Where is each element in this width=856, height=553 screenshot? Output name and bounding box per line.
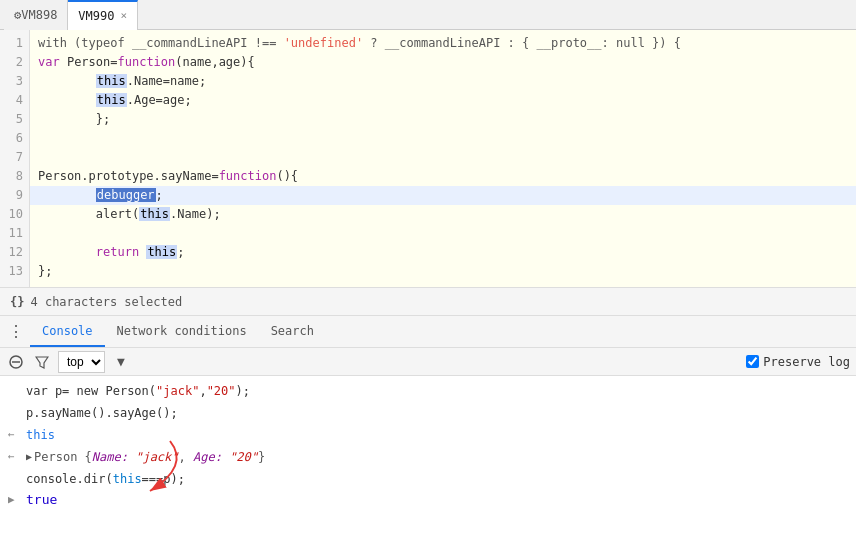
line-numbers: 1 2 3 4 5 6 7 8 9 10 11 12 13 (0, 30, 30, 287)
code-line-12: return this; (30, 243, 856, 262)
person-text: Person {Name: "jack", Age: "20"} (34, 448, 265, 466)
code-line-13: }; (30, 262, 856, 281)
bottom-panel: ⋮ Console Network conditions Search top … (0, 316, 856, 551)
status-text: 4 characters selected (30, 295, 182, 309)
code-line-1: with (typeof __commandLineAPI !== 'undef… (30, 34, 856, 53)
console-line-person: ← ▶ Person {Name: "jack", Age: "20"} (0, 446, 856, 468)
code-line-4: this.Age=age; (30, 91, 856, 110)
tab-icon: ⚙ (14, 8, 21, 22)
more-tabs-icon[interactable]: ⋮ (4, 316, 28, 348)
code-line-9: debugger; (30, 186, 856, 205)
console-tabs: Console Network conditions Search (0, 316, 856, 348)
tab-search[interactable]: Search (259, 315, 326, 347)
dropdown-arrow-button[interactable]: ▼ (111, 352, 131, 372)
console-line-var-p: var p= new Person("jack","20"); (0, 380, 856, 402)
code-line-11 (30, 224, 856, 243)
tab-close-icon[interactable]: × (120, 9, 127, 22)
top-selector[interactable]: top (58, 351, 105, 373)
console-output: var p= new Person("jack","20"); p.sayNam… (0, 376, 856, 551)
tab-console[interactable]: Console (30, 315, 105, 347)
code-line-6 (30, 129, 856, 148)
dropdown-arrow-icon: ▼ (117, 354, 125, 369)
tab-vm990[interactable]: VM990 × (68, 0, 138, 30)
code-content: with (typeof __commandLineAPI !== 'undef… (30, 30, 856, 287)
preserve-log-checkbox[interactable] (746, 355, 759, 368)
tab-network-conditions[interactable]: Network conditions (105, 315, 259, 347)
true-value: true (26, 492, 57, 507)
code-line-3: this.Name=name; (30, 72, 856, 91)
code-line-5: }; (30, 110, 856, 129)
output-arrow-person: ← (8, 448, 26, 466)
tab-bar: ⚙ VM898 VM990 × (0, 0, 856, 30)
preserve-log-label[interactable]: Preserve log (746, 355, 850, 369)
console-toolbar: top ▼ Preserve log (0, 348, 856, 376)
expand-icon[interactable]: ▶ (26, 448, 32, 466)
tab-vm898-label: VM898 (21, 8, 57, 22)
console-text-this: this (26, 426, 848, 444)
code-line-2: var Person=function(name,age){ (30, 53, 856, 72)
status-bar: {} 4 characters selected (0, 288, 856, 316)
clear-icon (9, 355, 23, 369)
code-editor: 1 2 3 4 5 6 7 8 9 10 11 12 13 with (type… (0, 30, 856, 288)
console-text: p.sayName().sayAge(); (26, 404, 848, 422)
preserve-log-text: Preserve log (763, 355, 850, 369)
code-line-8: Person.prototype.sayName=function(){ (30, 167, 856, 186)
expand-icon-true[interactable]: ▶ (8, 493, 26, 506)
tab-vm898[interactable]: ⚙ VM898 (4, 0, 68, 30)
clear-console-button[interactable] (6, 352, 26, 372)
code-line-7 (30, 148, 856, 167)
filter-button[interactable] (32, 352, 52, 372)
status-icon: {} (10, 295, 24, 309)
console-line-this: ← this (0, 424, 856, 446)
console-line-sayname: p.sayName().sayAge(); (0, 402, 856, 424)
code-line-10: alert(this.Name); (30, 205, 856, 224)
true-line: ▶ true (0, 490, 856, 509)
output-arrow-this: ← (8, 426, 26, 444)
filter-icon (35, 355, 49, 369)
console-line-dir: console.dir(this===p); (0, 468, 856, 490)
tab-vm990-label: VM990 (78, 9, 114, 23)
svg-marker-2 (36, 357, 48, 368)
console-text: var p= new Person("jack","20"); (26, 382, 848, 400)
console-text-dir: console.dir(this===p); (26, 470, 848, 488)
